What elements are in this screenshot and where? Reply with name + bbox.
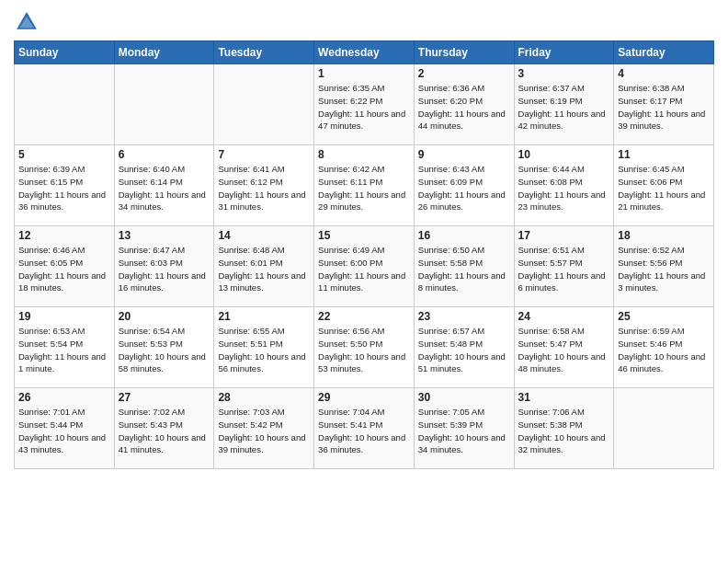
calendar-cell: 27Sunrise: 7:02 AM Sunset: 5:43 PM Dayli…	[114, 388, 214, 469]
day-info: Sunrise: 6:58 AM Sunset: 5:47 PM Dayligh…	[518, 325, 610, 375]
calendar-cell: 11Sunrise: 6:45 AM Sunset: 6:06 PM Dayli…	[614, 145, 714, 226]
day-number: 4	[618, 67, 710, 80]
day-number: 13	[119, 229, 210, 242]
calendar-cell: 3Sunrise: 6:37 AM Sunset: 6:19 PM Daylig…	[514, 64, 614, 145]
day-info: Sunrise: 6:57 AM Sunset: 5:48 PM Dayligh…	[418, 325, 510, 375]
calendar-cell: 9Sunrise: 6:43 AM Sunset: 6:09 PM Daylig…	[414, 145, 514, 226]
column-header-thursday: Thursday	[414, 41, 514, 64]
column-header-tuesday: Tuesday	[214, 41, 314, 64]
calendar-cell: 8Sunrise: 6:42 AM Sunset: 6:11 PM Daylig…	[314, 145, 415, 226]
day-info: Sunrise: 7:06 AM Sunset: 5:38 PM Dayligh…	[518, 406, 610, 456]
calendar-cell: 7Sunrise: 6:41 AM Sunset: 6:12 PM Daylig…	[214, 145, 314, 226]
calendar-week-1: 1Sunrise: 6:35 AM Sunset: 6:22 PM Daylig…	[15, 64, 714, 145]
day-info: Sunrise: 6:52 AM Sunset: 5:56 PM Dayligh…	[618, 244, 710, 294]
calendar-week-2: 5Sunrise: 6:39 AM Sunset: 6:15 PM Daylig…	[15, 145, 714, 226]
day-number: 26	[18, 391, 110, 404]
calendar-cell: 24Sunrise: 6:58 AM Sunset: 5:47 PM Dayli…	[514, 307, 614, 388]
calendar-cell: 22Sunrise: 6:56 AM Sunset: 5:50 PM Dayli…	[314, 307, 415, 388]
day-number: 21	[218, 310, 310, 323]
day-info: Sunrise: 6:39 AM Sunset: 6:15 PM Dayligh…	[18, 163, 110, 213]
calendar-header-row: SundayMondayTuesdayWednesdayThursdayFrid…	[15, 41, 714, 64]
day-number: 28	[218, 391, 310, 404]
calendar-week-4: 19Sunrise: 6:53 AM Sunset: 5:54 PM Dayli…	[15, 307, 714, 388]
day-info: Sunrise: 7:04 AM Sunset: 5:41 PM Dayligh…	[318, 406, 410, 456]
column-header-monday: Monday	[114, 41, 214, 64]
day-number: 10	[518, 148, 610, 161]
day-number: 5	[18, 148, 110, 161]
calendar-cell: 2Sunrise: 6:36 AM Sunset: 6:20 PM Daylig…	[414, 64, 514, 145]
day-info: Sunrise: 6:46 AM Sunset: 6:05 PM Dayligh…	[18, 244, 110, 294]
day-number: 27	[119, 391, 210, 404]
calendar-cell: 6Sunrise: 6:40 AM Sunset: 6:14 PM Daylig…	[114, 145, 214, 226]
day-info: Sunrise: 6:37 AM Sunset: 6:19 PM Dayligh…	[518, 82, 610, 132]
calendar-cell	[114, 64, 214, 145]
day-info: Sunrise: 6:40 AM Sunset: 6:14 PM Dayligh…	[119, 163, 210, 213]
day-number: 24	[518, 310, 610, 323]
calendar-cell	[15, 64, 115, 145]
column-header-wednesday: Wednesday	[314, 41, 415, 64]
day-number: 30	[418, 391, 510, 404]
calendar-cell	[614, 388, 714, 469]
day-info: Sunrise: 7:05 AM Sunset: 5:39 PM Dayligh…	[418, 406, 510, 456]
day-number: 6	[119, 148, 210, 161]
calendar-cell: 25Sunrise: 6:59 AM Sunset: 5:46 PM Dayli…	[614, 307, 714, 388]
day-info: Sunrise: 6:53 AM Sunset: 5:54 PM Dayligh…	[18, 325, 110, 375]
day-number: 9	[418, 148, 510, 161]
day-number: 17	[518, 229, 610, 242]
calendar-cell: 29Sunrise: 7:04 AM Sunset: 5:41 PM Dayli…	[314, 388, 415, 469]
day-number: 20	[119, 310, 210, 323]
day-info: Sunrise: 7:03 AM Sunset: 5:42 PM Dayligh…	[218, 406, 310, 456]
day-number: 16	[418, 229, 510, 242]
calendar-week-5: 26Sunrise: 7:01 AM Sunset: 5:44 PM Dayli…	[15, 388, 714, 469]
day-number: 29	[318, 391, 410, 404]
calendar-cell: 5Sunrise: 6:39 AM Sunset: 6:15 PM Daylig…	[15, 145, 115, 226]
day-info: Sunrise: 6:47 AM Sunset: 6:03 PM Dayligh…	[119, 244, 210, 294]
day-info: Sunrise: 6:41 AM Sunset: 6:12 PM Dayligh…	[218, 163, 310, 213]
calendar-cell: 14Sunrise: 6:48 AM Sunset: 6:01 PM Dayli…	[214, 226, 314, 307]
calendar-cell: 31Sunrise: 7:06 AM Sunset: 5:38 PM Dayli…	[514, 388, 614, 469]
calendar-cell: 26Sunrise: 7:01 AM Sunset: 5:44 PM Dayli…	[15, 388, 115, 469]
calendar-cell: 12Sunrise: 6:46 AM Sunset: 6:05 PM Dayli…	[15, 226, 115, 307]
calendar-cell: 21Sunrise: 6:55 AM Sunset: 5:51 PM Dayli…	[214, 307, 314, 388]
calendar-table: SundayMondayTuesdayWednesdayThursdayFrid…	[14, 40, 714, 469]
logo-icon	[14, 9, 40, 35]
day-number: 12	[18, 229, 110, 242]
day-info: Sunrise: 7:01 AM Sunset: 5:44 PM Dayligh…	[18, 406, 110, 456]
day-info: Sunrise: 6:51 AM Sunset: 5:57 PM Dayligh…	[518, 244, 610, 294]
page-header	[14, 9, 714, 35]
day-number: 31	[518, 391, 610, 404]
day-number: 25	[618, 310, 710, 323]
day-info: Sunrise: 6:56 AM Sunset: 5:50 PM Dayligh…	[318, 325, 410, 375]
calendar-cell: 1Sunrise: 6:35 AM Sunset: 6:22 PM Daylig…	[314, 64, 415, 145]
calendar-cell: 4Sunrise: 6:38 AM Sunset: 6:17 PM Daylig…	[614, 64, 714, 145]
calendar-cell: 16Sunrise: 6:50 AM Sunset: 5:58 PM Dayli…	[414, 226, 514, 307]
column-header-sunday: Sunday	[15, 41, 115, 64]
day-number: 3	[518, 67, 610, 80]
day-info: Sunrise: 6:55 AM Sunset: 5:51 PM Dayligh…	[218, 325, 310, 375]
day-info: Sunrise: 7:02 AM Sunset: 5:43 PM Dayligh…	[119, 406, 210, 456]
calendar-cell: 30Sunrise: 7:05 AM Sunset: 5:39 PM Dayli…	[414, 388, 514, 469]
calendar-cell	[214, 64, 314, 145]
day-info: Sunrise: 6:36 AM Sunset: 6:20 PM Dayligh…	[418, 82, 510, 132]
day-number: 1	[318, 67, 410, 80]
calendar-cell: 23Sunrise: 6:57 AM Sunset: 5:48 PM Dayli…	[414, 307, 514, 388]
day-number: 19	[18, 310, 110, 323]
day-info: Sunrise: 6:48 AM Sunset: 6:01 PM Dayligh…	[218, 244, 310, 294]
day-info: Sunrise: 6:38 AM Sunset: 6:17 PM Dayligh…	[618, 82, 710, 132]
day-number: 8	[318, 148, 410, 161]
day-info: Sunrise: 6:54 AM Sunset: 5:53 PM Dayligh…	[119, 325, 210, 375]
day-info: Sunrise: 6:45 AM Sunset: 6:06 PM Dayligh…	[618, 163, 710, 213]
column-header-friday: Friday	[514, 41, 614, 64]
day-number: 23	[418, 310, 510, 323]
calendar-cell: 20Sunrise: 6:54 AM Sunset: 5:53 PM Dayli…	[114, 307, 214, 388]
day-number: 15	[318, 229, 410, 242]
calendar-cell: 18Sunrise: 6:52 AM Sunset: 5:56 PM Dayli…	[614, 226, 714, 307]
calendar-cell: 28Sunrise: 7:03 AM Sunset: 5:42 PM Dayli…	[214, 388, 314, 469]
day-info: Sunrise: 6:44 AM Sunset: 6:08 PM Dayligh…	[518, 163, 610, 213]
day-info: Sunrise: 6:43 AM Sunset: 6:09 PM Dayligh…	[418, 163, 510, 213]
day-number: 2	[418, 67, 510, 80]
day-info: Sunrise: 6:49 AM Sunset: 6:00 PM Dayligh…	[318, 244, 410, 294]
day-number: 22	[318, 310, 410, 323]
calendar-cell: 19Sunrise: 6:53 AM Sunset: 5:54 PM Dayli…	[15, 307, 115, 388]
calendar-cell: 17Sunrise: 6:51 AM Sunset: 5:57 PM Dayli…	[514, 226, 614, 307]
